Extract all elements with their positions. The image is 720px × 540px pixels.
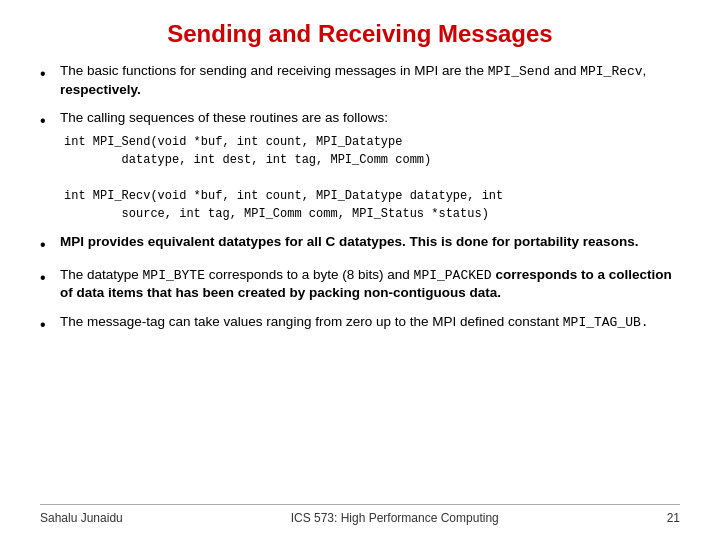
bullet-item-3: • MPI provides equivalent datatypes for … bbox=[40, 233, 680, 256]
bullet-dot-3: • bbox=[40, 235, 52, 256]
bullet-dot-4: • bbox=[40, 268, 52, 289]
bullet-text-2: The calling sequences of these routines … bbox=[60, 109, 503, 223]
bullet-text-4: The datatype MPI_BYTE corresponds to a b… bbox=[60, 266, 680, 303]
bullet-list: • The basic functions for sending and re… bbox=[40, 62, 680, 498]
code-mpi-recv: MPI_Recv bbox=[580, 64, 642, 79]
bullet-text-5: The message-tag can take values ranging … bbox=[60, 313, 649, 332]
slide-footer: Sahalu Junaidu ICS 573: High Performance… bbox=[40, 504, 680, 525]
bullet-item-4: • The datatype MPI_BYTE corresponds to a… bbox=[40, 266, 680, 303]
bullet-dot-1: • bbox=[40, 64, 52, 85]
bullet-item-5: • The message-tag can take values rangin… bbox=[40, 313, 680, 336]
bullet-text-3: MPI provides equivalent datatypes for al… bbox=[60, 233, 638, 251]
bullet-dot-2: • bbox=[40, 111, 52, 132]
bullet-dot-5: • bbox=[40, 315, 52, 336]
bold-datatypes: MPI provides equivalent datatypes for al… bbox=[60, 234, 638, 249]
footer-author: Sahalu Junaidu bbox=[40, 511, 123, 525]
code-mpi-packed: MPI_PACKED bbox=[414, 268, 492, 283]
footer-course: ICS 573: High Performance Computing bbox=[291, 511, 499, 525]
bullet-item-2: • The calling sequences of these routine… bbox=[40, 109, 680, 223]
code-mpi-tag-ub: MPI_TAG_UB. bbox=[563, 315, 649, 330]
code-mpi-send: MPI_Send bbox=[488, 64, 550, 79]
footer-page-number: 21 bbox=[667, 511, 680, 525]
bullet-text-1: The basic functions for sending and rece… bbox=[60, 62, 680, 99]
slide-title: Sending and Receiving Messages bbox=[40, 20, 680, 48]
code-mpi-byte: MPI_BYTE bbox=[143, 268, 205, 283]
bullet-item-1: • The basic functions for sending and re… bbox=[40, 62, 680, 99]
bold-respectively: respectively. bbox=[60, 82, 141, 97]
code-block-sequences: int MPI_Send(void *buf, int count, MPI_D… bbox=[64, 133, 503, 223]
slide: Sending and Receiving Messages • The bas… bbox=[0, 0, 720, 540]
